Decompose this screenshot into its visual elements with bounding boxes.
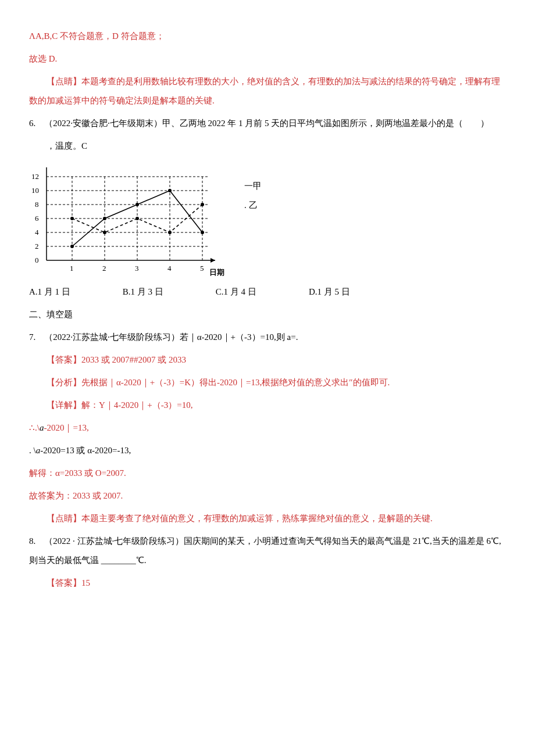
svg-text:2: 2 <box>35 242 39 250</box>
svg-point-36 <box>201 203 204 206</box>
svg-point-27 <box>70 245 74 248</box>
svg-text:8: 8 <box>35 200 39 209</box>
option-c: C.1 月 4 日 <box>216 282 256 302</box>
svg-point-31 <box>201 231 204 234</box>
temperature-chart: 0 2 4 6 8 10 12 1 2 3 4 5 日期 <box>29 162 227 278</box>
question-6: 6. （2022·安徽合肥·七年级期末）甲、乙两地 2022 年 1 月前 5 … <box>29 114 506 133</box>
legend-yi: . 乙 <box>244 196 262 215</box>
step2-post: -2020=13 或 α-2020=-13, <box>40 446 131 455</box>
svg-point-28 <box>103 217 106 220</box>
section-2-header: 二、填空题 <box>29 305 506 324</box>
svg-marker-1 <box>211 258 215 263</box>
option-a: A.1 月 1 日 <box>29 282 70 302</box>
svg-text:3: 3 <box>135 264 139 273</box>
explanation-line-1: ΛA,B,C 不符合题意，D 符合题意； <box>29 27 506 46</box>
q7-final: 故答案为：2033 或 2007. <box>29 486 506 506</box>
svg-point-30 <box>168 189 172 192</box>
svg-text:4: 4 <box>35 228 39 237</box>
q7-analysis: 【分析】先根据｜α-2020｜+（-3）=K）得出-2020｜=13,根据绝对值… <box>29 373 506 392</box>
q7-detail: 【详解】解：Y｜4-2020｜+（-3）=10, <box>29 396 506 415</box>
svg-text:2: 2 <box>102 264 106 273</box>
step1-prefix: ∴.\ <box>29 423 40 432</box>
svg-text:日期: 日期 <box>209 268 224 277</box>
q8-answer: 【答案】15 <box>29 574 506 593</box>
question-6-options: A.1 月 1 日 B.1 月 3 日 C.1 月 4 日 D.1 月 5 日 <box>29 282 506 302</box>
svg-text:1: 1 <box>70 264 74 273</box>
svg-point-29 <box>135 203 139 206</box>
svg-text:4: 4 <box>167 264 172 273</box>
explanation-line-2: 故选 D. <box>29 49 506 69</box>
legend-jia: 一甲 <box>244 177 262 196</box>
svg-text:10: 10 <box>31 186 39 195</box>
explanation-tips: 【点睛】本题考查的是利用数轴比较有理数的大小，绝对值的含义，有理数的加法与减法的… <box>29 72 506 110</box>
question-8: 8. （2022 · 江苏盐城·七年级阶段练习）国庆期间的某天，小明通过查询天气… <box>29 532 506 570</box>
q7-step2: . \a-2020=13 或 α-2020=-13, <box>29 441 506 460</box>
svg-point-32 <box>70 217 74 220</box>
q7-tips: 【点睛】本题主要考查了绝对值的意义，有理数的加减运算，熟练掌握绝对值的意义，是解… <box>29 509 506 528</box>
step1-post: -2020｜=13, <box>44 423 88 432</box>
question-7: 7. （2022·江苏盐城·七年级阶段练习）若｜α-2020｜+（-3）=10,… <box>29 328 506 347</box>
svg-text:6: 6 <box>35 214 39 223</box>
step2-prefix: . \ <box>29 446 36 455</box>
svg-text:5: 5 <box>200 264 204 273</box>
svg-text:0: 0 <box>35 256 39 264</box>
svg-point-35 <box>168 231 172 234</box>
q7-step1: ∴.\a-2020｜=13, <box>29 418 506 438</box>
option-b: B.1 月 3 日 <box>123 282 163 302</box>
q7-step3: 解得：α=2033 或 O=2007. <box>29 464 506 483</box>
option-d: D.1 月 5 日 <box>309 282 350 302</box>
svg-point-34 <box>135 217 139 220</box>
chart-caption: ，温度。C <box>29 137 506 156</box>
svg-text:12: 12 <box>31 172 39 181</box>
svg-point-33 <box>103 231 106 234</box>
q7-answer: 【答案】2033 或 2007##2007 或 2033 <box>29 350 506 370</box>
